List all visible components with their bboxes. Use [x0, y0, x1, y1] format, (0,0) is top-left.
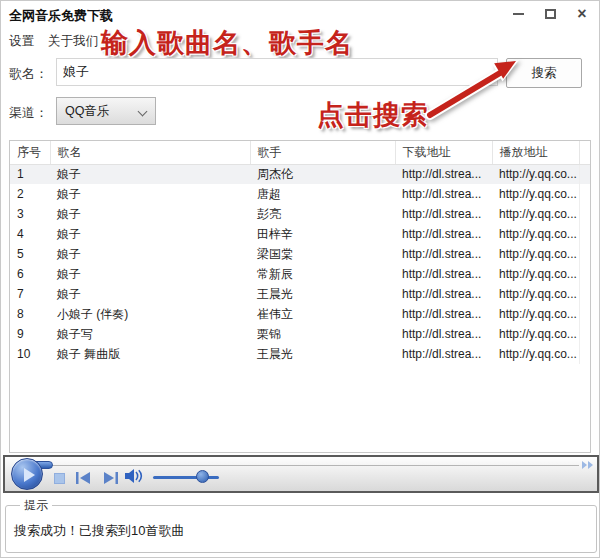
table-cell: http://dl.strea...	[395, 164, 492, 184]
table-row[interactable]: 7娘子王晨光http://dl.strea...http://y.qq.co..…	[10, 284, 590, 304]
table-cell: 3	[10, 204, 50, 224]
annotation-click-hint: 点击搜索	[317, 97, 429, 133]
table-cell	[579, 244, 590, 264]
table-cell: http://dl.strea...	[395, 184, 492, 204]
window-controls: ×	[509, 5, 591, 23]
table-cell: 梁国棠	[250, 244, 395, 264]
minimize-icon	[513, 13, 524, 15]
stop-button[interactable]	[54, 473, 65, 484]
table-cell: http://dl.strea...	[395, 244, 492, 264]
channel-selected-value: QQ音乐	[65, 103, 109, 120]
table-cell: http://dl.strea...	[395, 204, 492, 224]
volume-thumb[interactable]	[196, 470, 209, 483]
table-row[interactable]: 8小娘子 (伴奏)崔伟立http://dl.strea...http://y.q…	[10, 304, 590, 324]
header-song[interactable]: 歌名	[50, 141, 250, 164]
table-cell	[579, 224, 590, 244]
song-name-label: 歌名：	[9, 65, 48, 83]
previous-button[interactable]	[73, 470, 95, 486]
table-cell: http://dl.strea...	[395, 264, 492, 284]
status-legend: 提示	[20, 497, 52, 514]
menu-about[interactable]: 关于我们	[48, 33, 98, 50]
table-row[interactable]: 10娘子 舞曲版王晨光http://dl.strea...http://y.qq…	[10, 344, 590, 364]
table-cell: http://y.qq.co...	[492, 304, 579, 324]
media-player	[3, 455, 599, 493]
table-row[interactable]: 2娘子唐超http://dl.strea...http://y.qq.co...	[10, 184, 590, 204]
status-box: 提示 搜索成功！已搜索到10首歌曲	[5, 497, 597, 553]
maximize-button[interactable]	[541, 5, 559, 23]
app-window: 全网音乐免费下载 × 设置 关于我们 输入歌曲名、歌手名 歌名： 搜索 渠道： …	[0, 0, 600, 558]
menu-settings[interactable]: 设置	[9, 33, 34, 50]
table-row[interactable]: 5娘子梁国棠http://dl.strea...http://y.qq.co..…	[10, 244, 590, 264]
table-cell: 4	[10, 224, 50, 244]
table-cell: 王晨光	[250, 284, 395, 304]
table-cell	[579, 264, 590, 284]
table-row[interactable]: 3娘子彭亮http://dl.strea...http://y.qq.co...	[10, 204, 590, 224]
table-cell: http://y.qq.co...	[492, 184, 579, 204]
play-button[interactable]	[11, 458, 43, 490]
seek-bar[interactable]	[31, 465, 579, 466]
header-filler	[579, 141, 590, 164]
window-title: 全网音乐免费下载	[9, 7, 113, 25]
table-cell: http://dl.strea...	[395, 284, 492, 304]
table-cell	[579, 284, 590, 304]
table-cell: 娘子写	[50, 324, 250, 344]
close-button[interactable]: ×	[573, 5, 591, 23]
volume-icon[interactable]	[123, 468, 145, 484]
table-cell: 彭亮	[250, 204, 395, 224]
header-singer[interactable]: 歌手	[250, 141, 395, 164]
table-cell: http://y.qq.co...	[492, 284, 579, 304]
table-cell	[579, 324, 590, 344]
table-cell: 常新辰	[250, 264, 395, 284]
table-header-row: 序号 歌名 歌手 下载地址 播放地址	[10, 141, 590, 164]
table-cell: 6	[10, 264, 50, 284]
table-cell	[579, 184, 590, 204]
table-cell: 娘子	[50, 284, 250, 304]
table-cell: 田梓辛	[250, 224, 395, 244]
next-button[interactable]	[99, 470, 121, 486]
table-cell: 9	[10, 324, 50, 344]
table-cell: http://y.qq.co...	[492, 344, 579, 364]
table-cell: http://y.qq.co...	[492, 244, 579, 264]
table-cell: http://y.qq.co...	[492, 164, 579, 184]
volume-slider[interactable]	[153, 476, 219, 479]
table-cell: 栗锦	[250, 324, 395, 344]
chevron-down-icon	[138, 107, 148, 117]
seek-forward-icon[interactable]	[582, 461, 593, 469]
table-row[interactable]: 1娘子周杰伦http://dl.strea...http://y.qq.co..…	[10, 164, 590, 184]
table-cell: 小娘子 (伴奏)	[50, 304, 250, 324]
channel-label: 渠道：	[9, 104, 48, 122]
table-cell: 王晨光	[250, 344, 395, 364]
table-cell: http://dl.strea...	[395, 324, 492, 344]
close-icon: ×	[577, 6, 586, 22]
table-cell: 娘子	[50, 164, 250, 184]
table-cell: 8	[10, 304, 50, 324]
red-arrow	[416, 53, 536, 125]
table-cell: 2	[10, 184, 50, 204]
table-row[interactable]: 9娘子写栗锦http://dl.strea...http://y.qq.co..…	[10, 324, 590, 344]
header-download-url[interactable]: 下载地址	[395, 141, 492, 164]
table-cell: http://y.qq.co...	[492, 324, 579, 344]
header-play-url[interactable]: 播放地址	[492, 141, 579, 164]
table-cell: 娘子	[50, 204, 250, 224]
table-cell: 5	[10, 244, 50, 264]
table-cell: 1	[10, 164, 50, 184]
table-cell: 娘子	[50, 184, 250, 204]
channel-select[interactable]: QQ音乐	[56, 97, 156, 125]
table-cell: http://dl.strea...	[395, 304, 492, 324]
minimize-button[interactable]	[509, 5, 527, 23]
header-index[interactable]: 序号	[10, 141, 50, 164]
table-cell: 周杰伦	[250, 164, 395, 184]
table-cell: 崔伟立	[250, 304, 395, 324]
maximize-icon	[545, 9, 556, 19]
table-cell	[579, 204, 590, 224]
table-cell: 娘子	[50, 224, 250, 244]
table-cell	[579, 344, 590, 364]
table-cell: http://y.qq.co...	[492, 264, 579, 284]
table-cell	[579, 164, 590, 184]
table-cell: 唐超	[250, 184, 395, 204]
table-row[interactable]: 4娘子田梓辛http://dl.strea...http://y.qq.co..…	[10, 224, 590, 244]
table-row[interactable]: 6娘子常新辰http://dl.strea...http://y.qq.co..…	[10, 264, 590, 284]
annotation-input-hint: 输入歌曲名、歌手名	[101, 25, 353, 61]
table-cell: 娘子 舞曲版	[50, 344, 250, 364]
table-cell: http://y.qq.co...	[492, 204, 579, 224]
